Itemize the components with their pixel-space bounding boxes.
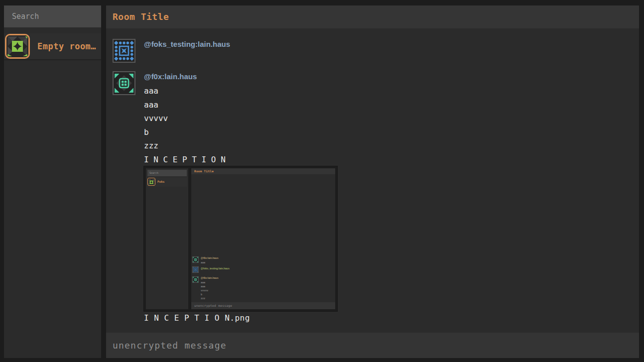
inner-message-line: aaa xyxy=(201,260,205,264)
message-input[interactable]: unencrypted message xyxy=(106,333,639,358)
attached-image[interactable]: Search Foks Room Title @f0x:lain.haus xyxy=(144,166,337,311)
inner-room-avatar-icon xyxy=(147,178,155,186)
avatar-f0x-icon xyxy=(113,71,135,95)
room-name-label: Empty room… xyxy=(37,33,96,59)
inner-message-line: zzz xyxy=(201,296,208,300)
room-avatar-icon xyxy=(5,34,30,59)
message-timeline: @foks_testing:lain.haus @f0x:lain.haus a… xyxy=(106,28,639,333)
inner-message-sender: @f0x:lain.haus xyxy=(201,256,218,259)
search-input[interactable]: Search xyxy=(4,5,101,27)
inner-avatar-foks-testing-icon xyxy=(192,266,199,273)
chat-panel: Room Title @foks_testing:lain.haus @f0x:… xyxy=(106,5,639,358)
inner-message-line: aaa xyxy=(201,284,208,288)
inner-message-line: b xyxy=(201,292,208,296)
avatar-foks-testing-icon xyxy=(113,39,135,63)
inner-room-list-sidebar: Search Foks xyxy=(146,168,188,309)
message-line: zzz xyxy=(144,139,226,153)
inner-sidebar-item-foks: Foks xyxy=(147,177,187,187)
inner-message-line: aaa xyxy=(201,280,208,284)
message-sender[interactable]: @f0x:lain.haus xyxy=(144,72,197,81)
inner-room-title: Room Title xyxy=(191,168,335,174)
inner-message-body: aaa xyxy=(201,260,205,264)
inner-message-body: aaa aaa vvvvv b zzz xyxy=(201,280,208,300)
message-line: aaa xyxy=(144,98,226,112)
attachment-filename-link[interactable]: I N C E P T I O N.png xyxy=(144,313,250,323)
inner-message-sender: @f0x:lain.haus xyxy=(201,276,218,279)
message-line: b xyxy=(144,125,226,139)
message-sender[interactable]: @foks_testing:lain.haus xyxy=(144,40,230,48)
inner-message-timeline: @f0x:lain.haus aaa @foks_testing:lain.ha… xyxy=(191,174,335,302)
inner-room-name-label: Foks xyxy=(157,177,164,186)
inner-message-input: unencrypted message xyxy=(191,302,335,309)
message-body: aaa aaa vvvvv b zzz I N C E P T I O N xyxy=(144,84,226,166)
inner-message-line: vvvvv xyxy=(201,288,208,292)
inner-chat-panel: Room Title @f0x:lain.haus aaa @foks_test… xyxy=(191,168,335,309)
sidebar-item-empty-room[interactable]: Empty room… xyxy=(4,33,101,60)
message-line: vvvvv xyxy=(144,112,226,125)
message-line: I N C E P T I O N xyxy=(144,153,226,167)
room-title: Room Title xyxy=(106,5,639,28)
inner-search-input: Search xyxy=(147,170,187,176)
message-line: aaa xyxy=(144,84,226,98)
inner-message-sender: @foks_testing:lain.haus xyxy=(201,267,230,270)
room-list-sidebar: Search Empty room… xyxy=(4,5,101,358)
inner-avatar-f0x-icon xyxy=(192,276,199,283)
inner-avatar-f0x-icon xyxy=(192,256,199,263)
